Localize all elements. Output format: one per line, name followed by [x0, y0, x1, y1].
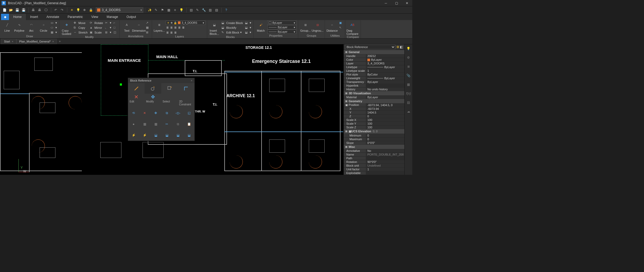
lweight-combo[interactable]: ByLayer▾	[267, 25, 296, 29]
save-icon[interactable]: 💾	[14, 7, 20, 13]
layer-tool1[interactable]: ≣	[166, 25, 169, 30]
fillet-button[interactable]: ◟▾	[105, 25, 112, 30]
quad-constraint-tab[interactable]	[178, 83, 195, 94]
stretch-button[interactable]: ↔Stretch	[73, 30, 88, 35]
quad-tool-scale[interactable]: ◱	[183, 107, 195, 119]
quad-move-button[interactable]: ✥	[145, 94, 161, 100]
create-block-button[interactable]: ⬓Create Block	[221, 21, 243, 25]
dock-bulb-icon[interactable]: 💡	[406, 46, 411, 51]
saveall-icon[interactable]: 💾	[21, 7, 26, 13]
lock-icon[interactable]: 🔒	[88, 7, 94, 13]
mod-extra3[interactable]: ◫	[113, 30, 118, 35]
quad-x-button[interactable]: ✕	[128, 94, 145, 100]
minimize-button[interactable]: ─	[381, 0, 391, 6]
color-combo[interactable]: ByLayer▾	[267, 21, 296, 25]
tab-file[interactable]: Plan_Modified_General*×	[16, 39, 57, 44]
tab-home[interactable]: Home	[9, 14, 26, 20]
filter-icon[interactable]: ⚙	[396, 45, 399, 49]
quad-modify-tab[interactable]	[145, 83, 161, 94]
group-button[interactable]: ⊞Group...	[300, 21, 311, 32]
prop-layer[interactable]: 3_4_DOORS	[366, 62, 404, 65]
line-button[interactable]: ╱Line	[2, 21, 13, 32]
rect-button[interactable]: ▭▾	[50, 21, 58, 25]
field-button[interactable]: ⊞	[145, 30, 150, 35]
mod-extra1[interactable]: ⌐	[113, 21, 118, 25]
block-extra1[interactable]: ⬓▾	[244, 21, 252, 25]
block-extra3[interactable]: ⬓▾	[244, 30, 252, 35]
drawing-canvas[interactable]: MAIN ENTRANCE MAIN HALL STORAGE 12.1 Eme…	[0, 44, 344, 175]
quad-tool-mirror[interactable]: ◁▷	[172, 107, 183, 119]
layer-combo[interactable]: ☀❄🔒 3_4_DOORS▾	[166, 21, 205, 25]
copy-button[interactable]: ⧉Copy	[73, 25, 88, 30]
dock-fx-icon[interactable]: f(x)	[406, 91, 411, 96]
quad-edit-tab[interactable]	[128, 83, 145, 94]
edit-icon[interactable]: ✎	[195, 7, 200, 13]
help-icon[interactable]: ?	[223, 7, 229, 13]
insert-block-button[interactable]: ⬓Insert Block...	[209, 21, 220, 35]
quad-tool-copy[interactable]: ⧉	[161, 107, 172, 119]
quad-tool-block3[interactable]: ⬓	[172, 130, 183, 141]
layer-dropdown[interactable]: 3_4_DOORS ▾	[96, 7, 143, 13]
layer-tool3[interactable]: ≣	[174, 25, 177, 30]
prop-color[interactable]: ByLayer	[366, 58, 404, 61]
match-button[interactable]: 🖌Match	[255, 21, 266, 32]
arc-button[interactable]: ◠Arc	[26, 21, 37, 32]
ltype-combo[interactable]: ByLayer▾	[267, 30, 296, 34]
quad-tool-clip1[interactable]: ⧉	[172, 119, 183, 130]
quad-tool-hatch1[interactable]: ▦	[139, 119, 150, 130]
quad-tool-clip2[interactable]: 📋	[183, 119, 195, 130]
close-button[interactable]: ✕	[402, 0, 412, 6]
panel1-icon[interactable]: ▥	[207, 7, 213, 13]
copy-guided-button[interactable]: ✥Copy Guided	[61, 21, 72, 35]
quad-tool-rotate[interactable]: ⟲	[128, 107, 139, 119]
section-general[interactable]: General	[344, 50, 404, 54]
scale-button[interactable]: ▣Scale	[89, 30, 103, 35]
layer-tool4[interactable]: ≣	[178, 25, 181, 30]
quad-tool-block2[interactable]: ⬓	[161, 130, 172, 141]
blockify-button[interactable]: ⬓Blockify	[221, 25, 243, 30]
tool-light-icon[interactable]: 💡	[178, 7, 184, 13]
tab-start[interactable]: Start×	[1, 39, 16, 44]
quad-tool-delete[interactable]: ✕	[139, 107, 150, 119]
quad-tool-block4[interactable]: ⬓	[183, 130, 195, 141]
pin-icon[interactable]: ◧	[400, 45, 403, 49]
section-ucs[interactable]: ▣ UCS Elevation 0, 0	[344, 129, 404, 134]
polyline-button[interactable]: ∿Polyline	[14, 21, 25, 32]
tab-output[interactable]: Output	[122, 14, 140, 20]
dwg-compare-button[interactable]: ABDwg Compare	[347, 21, 358, 35]
quad-close-button[interactable]: ×	[191, 79, 192, 82]
rotate-button[interactable]: ⟳Rotate	[89, 21, 103, 25]
dock-cloud-icon[interactable]: ☁	[406, 109, 411, 114]
layer-tool7[interactable]: ≣	[170, 30, 173, 35]
dock-clip-icon[interactable]: 📎	[406, 73, 411, 78]
close-icon[interactable]: ×	[52, 40, 54, 43]
quad-tool-flash2[interactable]: ⚡	[139, 130, 150, 141]
sun-icon[interactable]: ☀	[69, 7, 75, 13]
tool-match-icon[interactable]: ≡	[172, 7, 178, 13]
layer-tool5[interactable]: ≣	[182, 25, 185, 30]
array-button[interactable]: ⊞▾	[105, 30, 112, 35]
leader-button[interactable]: ↗	[145, 21, 150, 25]
ellipse-button[interactable]: ⬭▾	[50, 25, 58, 30]
dock-sheets-icon[interactable]: ▦	[406, 82, 411, 87]
preview-icon[interactable]: 🖵	[43, 7, 49, 13]
tab-insert[interactable]: Insert	[26, 14, 42, 20]
dimension-button[interactable]: ↔Dimension	[133, 21, 144, 32]
tab-view[interactable]: View	[87, 14, 102, 20]
file-tab[interactable]: ◆	[1, 14, 9, 20]
print-icon[interactable]: 🖶	[30, 7, 36, 13]
ungroup-button[interactable]: ⊟Ungrou...	[312, 21, 323, 32]
layer-tool8[interactable]: ≣	[174, 30, 177, 35]
selection-grip[interactable]	[120, 83, 122, 86]
add-tab-button[interactable]: +	[57, 40, 63, 43]
tab-parametric[interactable]: Parametric	[63, 14, 87, 20]
panel2-icon[interactable]: ▤	[214, 7, 219, 13]
selection-type-dropdown[interactable]: Block Reference	[345, 45, 395, 49]
tab-annotate[interactable]: Annotate	[42, 14, 63, 20]
freeze-icon[interactable]: ❄	[82, 7, 87, 13]
layers-button[interactable]: ≣Layers...	[154, 21, 165, 32]
undo-icon[interactable]: ↶	[53, 7, 59, 13]
tab-manage[interactable]: Manage	[102, 14, 122, 20]
prop-lweight[interactable]: ByLayer	[366, 77, 404, 80]
redo-icon[interactable]: ↷	[59, 7, 65, 13]
